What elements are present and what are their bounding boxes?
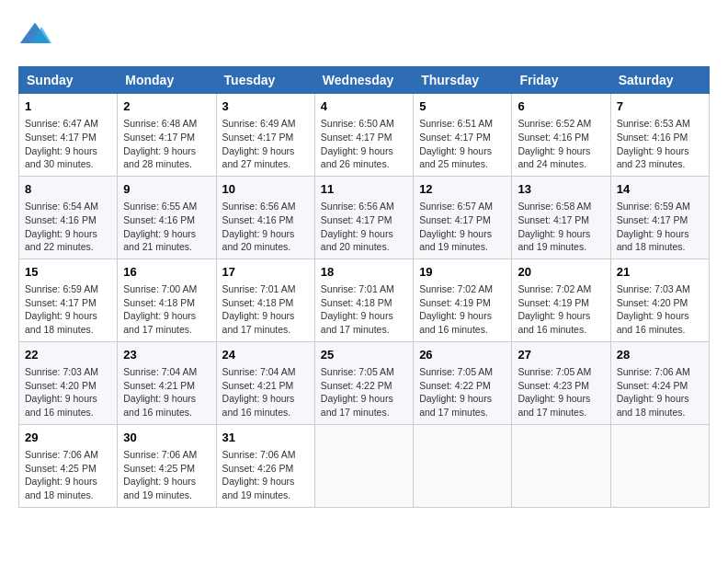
day-daylight: Daylight: 9 hours and 17 minutes. [222, 310, 295, 335]
day-daylight: Daylight: 9 hours and 18 minutes. [617, 228, 689, 253]
calendar-cell: 28 Sunrise: 7:06 AM Sunset: 4:24 PM Dayl… [610, 341, 709, 424]
calendar-cell: 24 Sunrise: 7:04 AM Sunset: 4:21 PM Dayl… [216, 341, 314, 424]
header-sunday: Sunday [19, 67, 118, 94]
day-sunrise: Sunrise: 6:53 AM [617, 118, 690, 129]
day-daylight: Daylight: 9 hours and 16 minutes. [222, 393, 295, 418]
day-sunrise: Sunrise: 7:01 AM [321, 283, 394, 294]
calendar-cell: 11 Sunrise: 6:56 AM Sunset: 4:17 PM Dayl… [314, 176, 413, 259]
day-sunrise: Sunrise: 7:06 AM [617, 366, 690, 377]
day-number: 19 [419, 264, 506, 281]
calendar-cell: 6 Sunrise: 6:52 AM Sunset: 4:16 PM Dayli… [512, 94, 610, 177]
day-sunrise: Sunrise: 6:51 AM [419, 118, 493, 129]
calendar-cell: 12 Sunrise: 6:57 AM Sunset: 4:17 PM Dayl… [414, 176, 512, 259]
day-sunrise: Sunrise: 6:55 AM [123, 201, 197, 212]
day-daylight: Daylight: 9 hours and 17 minutes. [123, 310, 196, 335]
day-sunset: Sunset: 4:22 PM [419, 380, 491, 391]
day-sunset: Sunset: 4:19 PM [518, 297, 589, 308]
calendar-cell: 25 Sunrise: 7:05 AM Sunset: 4:22 PM Dayl… [314, 341, 413, 424]
day-sunrise: Sunrise: 7:06 AM [222, 449, 296, 460]
day-sunrise: Sunrise: 7:04 AM [222, 366, 296, 377]
header-saturday: Saturday [610, 67, 709, 94]
calendar-cell: 8 Sunrise: 6:54 AM Sunset: 4:16 PM Dayli… [19, 176, 118, 259]
header-tuesday: Tuesday [216, 67, 314, 94]
day-sunrise: Sunrise: 7:00 AM [123, 283, 197, 294]
day-sunrise: Sunrise: 6:48 AM [123, 118, 197, 129]
day-sunrise: Sunrise: 6:56 AM [321, 201, 394, 212]
day-sunset: Sunset: 4:25 PM [25, 463, 97, 474]
day-number: 2 [123, 98, 210, 115]
day-number: 11 [321, 181, 407, 198]
calendar-cell: 3 Sunrise: 6:49 AM Sunset: 4:17 PM Dayli… [216, 94, 314, 177]
day-daylight: Daylight: 9 hours and 16 minutes. [25, 393, 97, 418]
logo [18, 18, 55, 52]
day-daylight: Daylight: 9 hours and 19 minutes. [518, 228, 590, 253]
day-daylight: Daylight: 9 hours and 21 minutes. [123, 228, 196, 253]
calendar-cell: 17 Sunrise: 7:01 AM Sunset: 4:18 PM Dayl… [216, 259, 314, 341]
day-daylight: Daylight: 9 hours and 16 minutes. [518, 310, 590, 335]
calendar-cell: 10 Sunrise: 6:56 AM Sunset: 4:16 PM Dayl… [216, 176, 314, 259]
day-number: 20 [518, 264, 604, 281]
day-sunset: Sunset: 4:18 PM [123, 297, 195, 308]
calendar-cell [610, 424, 709, 507]
day-sunset: Sunset: 4:18 PM [321, 297, 392, 308]
day-daylight: Daylight: 9 hours and 19 minutes. [419, 228, 492, 253]
day-number: 10 [222, 181, 309, 198]
day-sunrise: Sunrise: 7:05 AM [518, 366, 591, 377]
day-sunset: Sunset: 4:25 PM [123, 463, 195, 474]
day-sunset: Sunset: 4:23 PM [518, 380, 589, 391]
day-daylight: Daylight: 9 hours and 18 minutes. [25, 310, 97, 335]
day-daylight: Daylight: 9 hours and 16 minutes. [617, 310, 689, 335]
calendar-cell: 29 Sunrise: 7:06 AM Sunset: 4:25 PM Dayl… [19, 424, 118, 507]
calendar-cell [512, 424, 610, 507]
calendar-cell: 23 Sunrise: 7:04 AM Sunset: 4:21 PM Dayl… [118, 341, 216, 424]
calendar-cell: 9 Sunrise: 6:55 AM Sunset: 4:16 PM Dayli… [118, 176, 216, 259]
day-sunset: Sunset: 4:26 PM [222, 463, 294, 474]
day-number: 27 [518, 347, 604, 363]
day-daylight: Daylight: 9 hours and 24 minutes. [518, 145, 590, 170]
day-number: 29 [25, 430, 111, 446]
day-sunset: Sunset: 4:24 PM [617, 380, 688, 391]
logo-icon [18, 18, 51, 52]
day-sunset: Sunset: 4:17 PM [518, 214, 589, 225]
day-sunset: Sunset: 4:20 PM [25, 380, 97, 391]
day-daylight: Daylight: 9 hours and 19 minutes. [222, 476, 295, 500]
calendar-cell: 26 Sunrise: 7:05 AM Sunset: 4:22 PM Dayl… [414, 341, 512, 424]
calendar-header-row: SundayMondayTuesdayWednesdayThursdayFrid… [19, 67, 710, 94]
calendar-cell: 15 Sunrise: 6:59 AM Sunset: 4:17 PM Dayl… [19, 259, 118, 341]
day-sunrise: Sunrise: 6:49 AM [222, 118, 296, 129]
day-sunset: Sunset: 4:17 PM [25, 132, 97, 143]
header-monday: Monday [118, 67, 216, 94]
day-sunset: Sunset: 4:17 PM [617, 214, 688, 225]
day-sunrise: Sunrise: 7:06 AM [25, 449, 98, 460]
day-number: 16 [123, 264, 210, 281]
day-sunset: Sunset: 4:16 PM [222, 214, 294, 225]
day-daylight: Daylight: 9 hours and 17 minutes. [321, 393, 393, 418]
calendar-cell [414, 424, 512, 507]
day-sunset: Sunset: 4:17 PM [321, 214, 392, 225]
day-sunset: Sunset: 4:21 PM [222, 380, 294, 391]
day-sunrise: Sunrise: 7:03 AM [25, 366, 98, 377]
calendar-cell: 5 Sunrise: 6:51 AM Sunset: 4:17 PM Dayli… [414, 94, 512, 177]
day-number: 1 [25, 98, 111, 115]
header-friday: Friday [512, 67, 610, 94]
calendar-table: SundayMondayTuesdayWednesdayThursdayFrid… [18, 66, 710, 508]
calendar-cell: 20 Sunrise: 7:02 AM Sunset: 4:19 PM Dayl… [512, 259, 610, 341]
day-daylight: Daylight: 9 hours and 20 minutes. [321, 228, 393, 253]
day-daylight: Daylight: 9 hours and 18 minutes. [617, 393, 689, 418]
day-sunrise: Sunrise: 6:58 AM [518, 201, 591, 212]
day-sunset: Sunset: 4:16 PM [617, 132, 688, 143]
day-number: 17 [222, 264, 309, 281]
calendar-cell: 16 Sunrise: 7:00 AM Sunset: 4:18 PM Dayl… [118, 259, 216, 341]
day-number: 6 [518, 98, 604, 115]
header-wednesday: Wednesday [314, 67, 413, 94]
day-daylight: Daylight: 9 hours and 23 minutes. [617, 145, 689, 170]
calendar-cell: 4 Sunrise: 6:50 AM Sunset: 4:17 PM Dayli… [314, 94, 413, 177]
day-sunset: Sunset: 4:20 PM [617, 297, 688, 308]
day-sunset: Sunset: 4:17 PM [123, 132, 195, 143]
calendar-cell: 27 Sunrise: 7:05 AM Sunset: 4:23 PM Dayl… [512, 341, 610, 424]
day-daylight: Daylight: 9 hours and 26 minutes. [321, 145, 393, 170]
day-number: 8 [25, 181, 111, 198]
day-sunrise: Sunrise: 7:03 AM [617, 283, 690, 294]
day-sunset: Sunset: 4:17 PM [419, 214, 491, 225]
day-sunset: Sunset: 4:21 PM [123, 380, 195, 391]
